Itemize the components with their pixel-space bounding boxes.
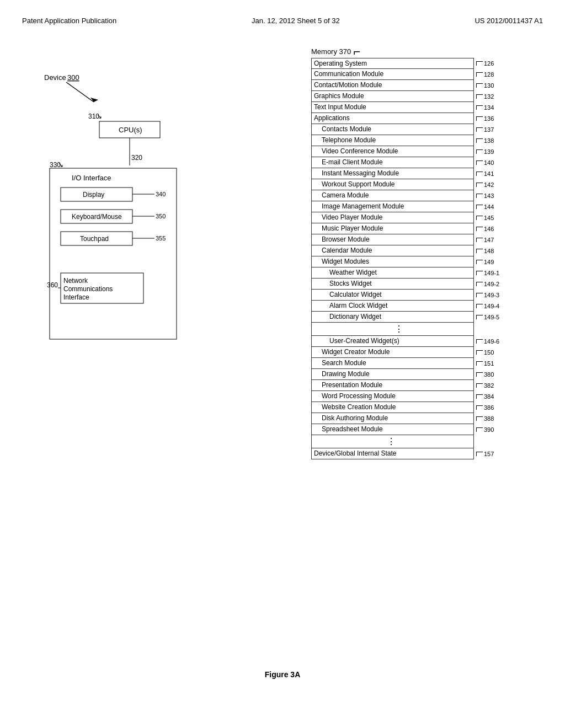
svg-text:Device: Device	[44, 73, 66, 82]
svg-text:360: 360	[47, 281, 58, 289]
memory-row: Instant Messaging Module141	[311, 168, 532, 179]
memory-cell: Disk Authoring Module	[311, 413, 474, 424]
ref-number: 138	[476, 137, 494, 144]
memory-row: E-mail Client Module140	[311, 157, 532, 168]
memory-brace: ⌐	[353, 47, 360, 57]
ref-number: 137	[476, 126, 494, 133]
memory-cell: Workout Support Module	[311, 179, 474, 190]
memory-cell: ⋮	[311, 435, 474, 448]
page: Patent Application Publication Jan. 12, …	[0, 0, 565, 728]
memory-row: Image Management Module144	[311, 201, 532, 212]
ref-number: 382	[476, 382, 494, 389]
memory-title-row: Memory 370 ⌐	[311, 47, 532, 57]
memory-row: Device/Global Internal State157	[311, 448, 532, 459]
svg-text:↘: ↘	[97, 113, 102, 120]
svg-line-2	[66, 82, 94, 102]
memory-row: Drawing Module380	[311, 369, 532, 380]
ref-number: 149-1	[476, 270, 499, 276]
memory-row: Weather Widget149-1	[311, 267, 532, 279]
ref-number: 149-4	[476, 303, 499, 309]
ref-number: 157	[476, 451, 494, 457]
ref-number: 149-5	[476, 314, 499, 320]
svg-text:320: 320	[131, 154, 142, 162]
ref-number: 130	[476, 82, 494, 89]
memory-row: Contact/Motion Module130	[311, 80, 532, 91]
ref-number: 128	[476, 71, 494, 78]
memory-row: Search Module151	[311, 358, 532, 369]
ref-number: 146	[476, 226, 494, 232]
svg-text:Interface: Interface	[63, 293, 89, 301]
memory-row: Browser Module147	[311, 234, 532, 245]
svg-text:Communications: Communications	[63, 285, 113, 293]
memory-cell: Presentation Module	[311, 380, 474, 391]
ref-number: 149-2	[476, 281, 499, 287]
ref-number: 134	[476, 104, 494, 111]
svg-text:340: 340	[156, 191, 166, 197]
memory-row: Website Creation Module386	[311, 402, 532, 413]
memory-cell: Widget Creator Module	[311, 347, 474, 358]
ref-number: 139	[476, 148, 494, 155]
memory-cell: Word Processing Module	[311, 391, 474, 402]
ref-number: 149	[476, 259, 494, 265]
device-diagram: Device 300 310 ↘ CPU(s) 320 330 ↘ I/O In…	[33, 69, 199, 565]
memory-row: Operating System126	[311, 58, 532, 69]
memory-cell: Video Player Module	[311, 212, 474, 223]
memory-row: Word Processing Module384	[311, 391, 532, 402]
memory-cell: Contact/Motion Module	[311, 80, 474, 91]
memory-cell: Communication Module	[311, 69, 474, 80]
memory-cell: Image Management Module	[311, 201, 474, 212]
svg-text:355: 355	[156, 235, 166, 242]
ref-number: 141	[476, 170, 494, 177]
memory-row: User-Created Widget(s)149-6	[311, 336, 532, 347]
memory-cell: Alarm Clock Widget	[311, 301, 474, 312]
svg-marker-3	[90, 98, 98, 102]
memory-block: Memory 370 ⌐ Operating System126Communic…	[311, 47, 532, 459]
memory-cell: Text Input Module	[311, 102, 474, 113]
ref-number: 386	[476, 404, 494, 411]
memory-row: Widget Creator Module150	[311, 347, 532, 358]
memory-row: Calendar Module148	[311, 245, 532, 256]
svg-text:Network: Network	[63, 277, 88, 285]
memory-cell: E-mail Client Module	[311, 157, 474, 168]
memory-row: Dictionary Widget149-5	[311, 312, 532, 323]
ref-number: 140	[476, 159, 494, 166]
page-header: Patent Application Publication Jan. 12, …	[11, 11, 554, 30]
memory-cell: Calculator Widget	[311, 290, 474, 301]
ref-number: 384	[476, 393, 494, 400]
memory-row: Text Input Module134	[311, 102, 532, 113]
ref-number: 151	[476, 360, 494, 367]
memory-cell: Widget Modules	[311, 256, 474, 267]
ref-number: 390	[476, 426, 494, 433]
header-center: Jan. 12, 2012 Sheet 5 of 32	[252, 17, 340, 25]
memory-cell: Telephone Module	[311, 135, 474, 146]
ref-number: 136	[476, 115, 494, 122]
header-left: Patent Application Publication	[22, 17, 116, 25]
memory-cell: Weather Widget	[311, 267, 474, 279]
memory-cell: Search Module	[311, 358, 474, 369]
memory-cell: Dictionary Widget	[311, 312, 474, 323]
memory-cell: Music Player Module	[311, 223, 474, 234]
memory-cell: User-Created Widget(s)	[311, 336, 474, 347]
memory-cell: Calendar Module	[311, 245, 474, 256]
header-right: US 2012/0011437 A1	[475, 17, 543, 25]
svg-text:↘: ↘	[58, 161, 63, 169]
memory-row: Workout Support Module142	[311, 179, 532, 190]
memory-title: Memory 370	[311, 47, 351, 56]
ref-number: 380	[476, 371, 494, 378]
memory-row: Widget Modules149	[311, 256, 532, 267]
ref-number: 126	[476, 60, 494, 67]
ref-number: 144	[476, 204, 494, 210]
figure-caption: Figure 3A	[11, 670, 554, 679]
svg-text:CPU(s): CPU(s)	[119, 126, 142, 134]
memory-cell: Video Conference Module	[311, 146, 474, 157]
ref-number: 388	[476, 415, 494, 422]
memory-row: Music Player Module146	[311, 223, 532, 234]
memory-cell: ⋮	[311, 323, 474, 336]
svg-text:Keyboard/Mouse: Keyboard/Mouse	[72, 213, 122, 221]
memory-row: Camera Module143	[311, 190, 532, 201]
memory-cell: Instant Messaging Module	[311, 168, 474, 179]
memory-row: ⋮	[311, 435, 532, 448]
memory-row: Contacts Module137	[311, 124, 532, 135]
memory-row: Applications136	[311, 113, 532, 124]
memory-row: Video Conference Module139	[311, 146, 532, 157]
